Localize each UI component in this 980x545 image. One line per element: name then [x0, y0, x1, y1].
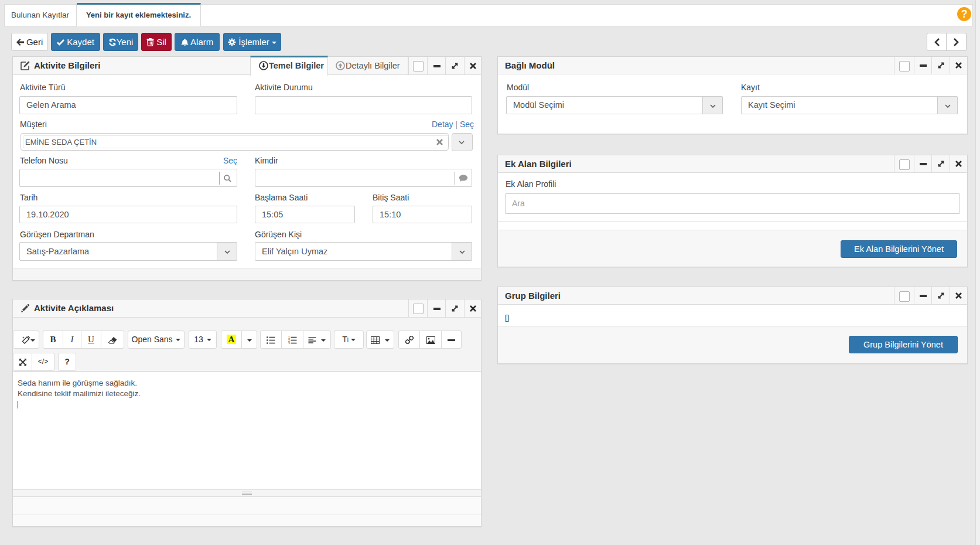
svg-text:3: 3: [288, 342, 290, 345]
